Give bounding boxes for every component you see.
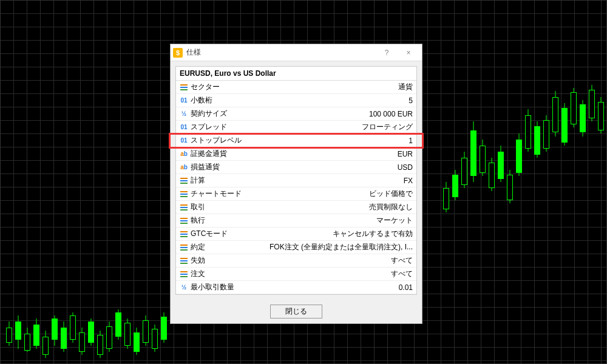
outer-border: [0, 0, 607, 364]
